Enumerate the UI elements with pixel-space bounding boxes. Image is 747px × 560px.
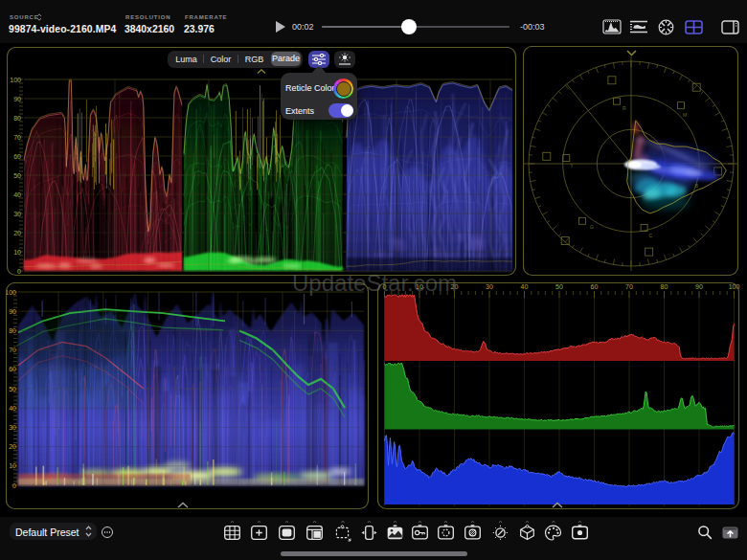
svg-text:0: 0 (12, 482, 16, 489)
svg-text:100: 100 (6, 289, 16, 296)
svg-text:50: 50 (13, 172, 21, 179)
svg-text:90: 90 (695, 283, 703, 290)
svg-text:M: M (683, 112, 687, 118)
svg-text:30: 30 (13, 211, 21, 217)
svg-text:R: R (622, 105, 626, 111)
svg-text:80: 80 (661, 283, 668, 290)
svg-text:90: 90 (13, 96, 21, 102)
svg-text:20: 20 (13, 230, 21, 236)
svg-text:G: G (590, 224, 594, 230)
svg-text:30: 30 (9, 424, 16, 431)
svg-text:70: 70 (625, 283, 633, 290)
svg-text:90: 90 (9, 308, 16, 315)
svg-text:50: 50 (9, 386, 16, 392)
svg-text:60: 60 (13, 153, 21, 160)
svg-text:100: 100 (10, 77, 21, 83)
svg-text:20: 20 (9, 443, 16, 450)
svg-text:10: 10 (13, 249, 21, 256)
svg-text:0: 0 (17, 268, 21, 275)
svg-text:60: 60 (591, 283, 599, 290)
svg-text:40: 40 (13, 191, 21, 198)
svg-text:70: 70 (13, 134, 21, 141)
svg-text:10: 10 (9, 462, 16, 469)
svg-text:40: 40 (9, 405, 16, 412)
svg-text:C: C (649, 233, 653, 238)
svg-text:60: 60 (9, 366, 16, 372)
svg-text:80: 80 (13, 115, 21, 122)
